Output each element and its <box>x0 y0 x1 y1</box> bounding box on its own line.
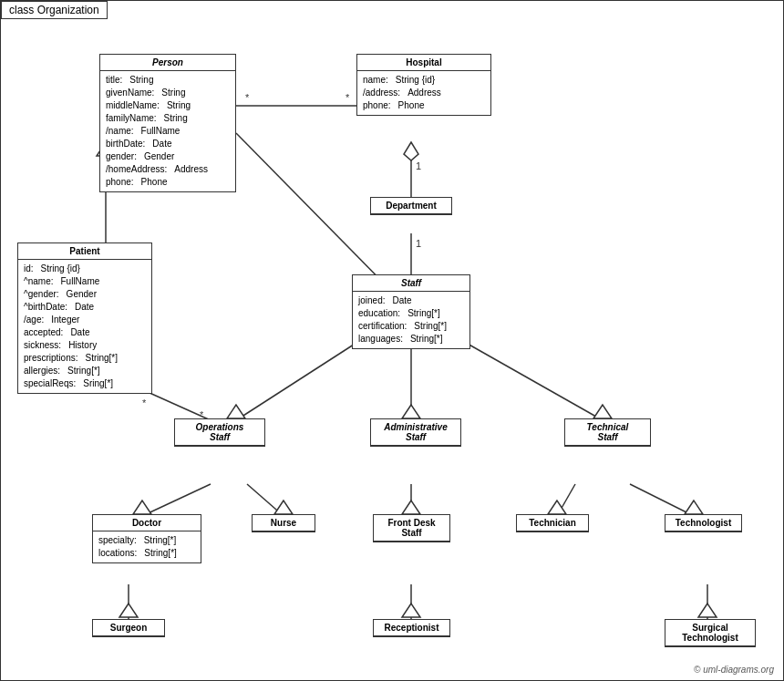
patient-body: id:String {id} ^name:FullName ^gender:Ge… <box>18 260 151 393</box>
svg-marker-20 <box>402 405 420 418</box>
svg-marker-22 <box>593 405 612 418</box>
department-title: Department <box>371 198 451 214</box>
class-staff: Staff joined:Date education:String[*] ce… <box>352 274 470 349</box>
staff-title: Staff <box>353 275 469 292</box>
svg-line-29 <box>557 484 575 516</box>
class-surgeon: Surgeon <box>92 619 165 637</box>
svg-marker-34 <box>119 604 138 617</box>
svg-line-31 <box>630 484 694 516</box>
svg-marker-26 <box>274 500 293 514</box>
person-title: Person <box>100 55 235 71</box>
receptionist-title: Receptionist <box>374 620 449 636</box>
front-desk-staff-title: Front DeskStaff <box>374 515 449 542</box>
doctor-body: specialty:String[*] locations:String[*] <box>93 531 201 562</box>
class-department: Department <box>370 197 452 215</box>
svg-marker-32 <box>685 500 703 514</box>
svg-text:*: * <box>142 397 147 408</box>
svg-line-17 <box>236 343 356 420</box>
technician-title: Technician <box>517 515 588 531</box>
doctor-title: Doctor <box>93 515 201 531</box>
class-doctor: Doctor specialty:String[*] locations:Str… <box>92 514 201 563</box>
person-body: title:String givenName:String middleName… <box>100 71 235 191</box>
class-patient: Patient id:String {id} ^name:FullName ^g… <box>17 242 152 394</box>
class-administrative-staff: AdministrativeStaff <box>370 418 461 447</box>
svg-line-21 <box>466 343 603 420</box>
class-operations-staff: OperationsStaff <box>174 418 265 447</box>
class-front-desk-staff: Front DeskStaff <box>373 514 450 542</box>
diagram-title: class Organization <box>1 1 108 19</box>
class-nurse: Nurse <box>252 514 315 532</box>
svg-text:1: 1 <box>416 160 421 171</box>
svg-marker-18 <box>227 405 245 418</box>
operations-staff-title: OperationsStaff <box>175 419 264 446</box>
diagram-container: class Organization * * 1 * 1 * * * <box>0 0 784 681</box>
class-technical-staff: TechnicalStaff <box>564 418 651 447</box>
svg-marker-28 <box>402 500 420 514</box>
svg-line-23 <box>142 484 211 516</box>
surgeon-title: Surgeon <box>93 620 164 636</box>
svg-marker-4 <box>404 142 418 160</box>
administrative-staff-title: AdministrativeStaff <box>371 419 460 446</box>
technical-staff-title: TechnicalStaff <box>565 419 650 446</box>
staff-body: joined:Date education:String[*] certific… <box>353 292 469 348</box>
class-technologist: Technologist <box>665 514 742 532</box>
class-person: Person title:String givenName:String mid… <box>99 54 236 192</box>
svg-marker-24 <box>133 500 151 514</box>
class-surgical-technologist: SurgicalTechnologist <box>665 619 756 647</box>
svg-text:1: 1 <box>416 238 421 249</box>
patient-title: Patient <box>18 243 151 260</box>
class-technician: Technician <box>516 514 589 532</box>
technologist-title: Technologist <box>665 515 741 531</box>
svg-marker-30 <box>548 500 566 514</box>
surgical-technologist-title: SurgicalTechnologist <box>665 620 755 646</box>
hospital-body: name:String {id} /address:Address phone:… <box>357 71 490 115</box>
class-receptionist: Receptionist <box>373 619 450 637</box>
class-hospital: Hospital name:String {id} /address:Addre… <box>356 54 491 116</box>
svg-marker-36 <box>402 604 420 617</box>
svg-text:*: * <box>346 92 350 103</box>
hospital-title: Hospital <box>357 55 490 71</box>
copyright: © uml-diagrams.org <box>694 665 774 675</box>
svg-text:*: * <box>245 92 250 103</box>
nurse-title: Nurse <box>253 515 315 531</box>
svg-marker-38 <box>698 604 717 617</box>
svg-line-25 <box>247 484 284 516</box>
